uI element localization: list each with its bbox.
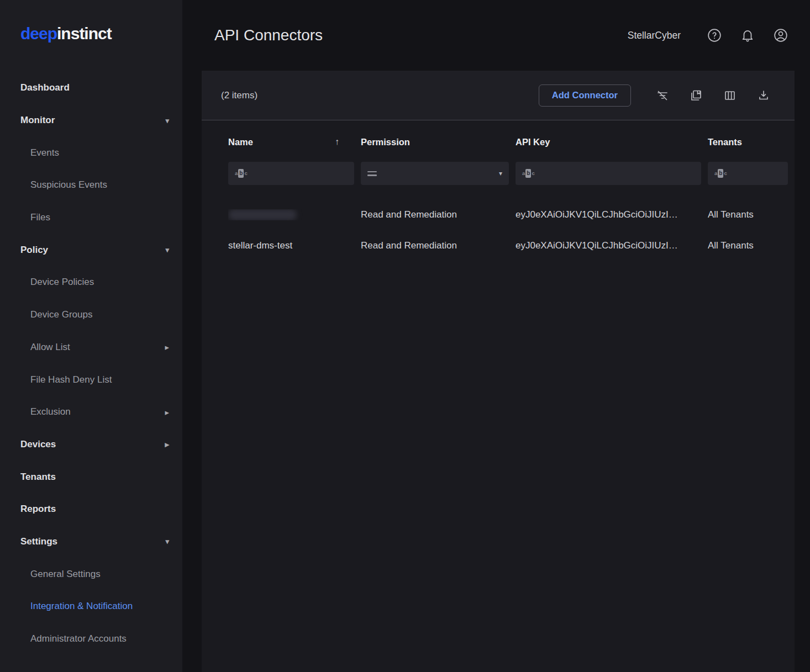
permission-filter-select[interactable]: ▾ <box>361 162 509 185</box>
filter-off-icon <box>656 89 669 102</box>
logo-deep-text: deep <box>20 24 57 43</box>
name-filter-input[interactable]: abc <box>228 162 354 185</box>
sidebar-item-label: Tenants <box>20 472 56 483</box>
sidebar-item-label: Files <box>30 212 50 223</box>
grid-filter-row: abc ▾ abc abc <box>228 162 795 185</box>
sidebar-item[interactable]: Suspicious Events <box>0 169 182 202</box>
sidebar-item[interactable]: File Hash Deny List <box>0 363 182 396</box>
notifications-button[interactable] <box>740 28 755 43</box>
caret-icon <box>165 538 169 545</box>
tenants-filter-input[interactable]: abc <box>708 162 788 185</box>
columns-icon <box>723 89 737 102</box>
page-title: API Connectors <box>214 0 323 71</box>
deep-instinct-logo[interactable]: deepinstinct <box>20 24 112 43</box>
column-header-label: Name <box>228 137 253 147</box>
topbar-right-cluster: StellarCyber <box>628 0 788 71</box>
help-button[interactable] <box>707 28 722 43</box>
column-header-label: Tenants <box>708 137 742 147</box>
sidebar-item[interactable]: Settings <box>0 526 182 558</box>
clear-filters-button[interactable] <box>656 89 669 102</box>
column-header[interactable]: API Key ↑ <box>516 137 708 147</box>
account-name-label: StellarCyber <box>628 30 681 41</box>
sidebar: deepinstinct Dashboard Monitor Events <box>0 0 182 672</box>
sidebar-item-label: Devices <box>20 439 56 450</box>
add-connector-button[interactable]: Add Connector <box>539 84 631 107</box>
cell-permission: Read and Remediation <box>361 209 516 220</box>
chevron-down-icon: ▾ <box>499 170 502 177</box>
sidebar-item[interactable]: Exclusion <box>0 396 182 428</box>
sidebar-item[interactable]: Reports <box>0 493 182 526</box>
sidebar-item-label: Device Groups <box>30 309 92 320</box>
cell-name: stellar-dms-test <box>228 240 361 251</box>
cell-tenants: All Tenants <box>708 209 795 220</box>
sidebar-item-label: File Hash Deny List <box>30 374 112 385</box>
caret-icon <box>165 440 169 448</box>
sidebar-item[interactable]: General Settings <box>0 558 182 590</box>
help-icon <box>707 28 722 43</box>
caret-icon <box>165 246 169 253</box>
sidebar-item-label: Integration & Notification <box>30 601 133 612</box>
api-key-filter-input[interactable]: abc <box>516 162 701 185</box>
text-filter-icon: abc <box>235 169 248 178</box>
sidebar-item-label: Settings <box>20 536 57 547</box>
saved-views-button[interactable] <box>690 89 703 102</box>
cell-tenants: All Tenants <box>708 240 795 251</box>
api-connectors-panel: (2 items) Add Connector <box>202 71 795 672</box>
redacted-name-blob <box>228 209 297 220</box>
table-row[interactable]: stellar-dms-test Read and Remediation ey… <box>228 230 795 261</box>
api-key-filter-cell: abc <box>516 162 708 185</box>
column-header[interactable]: Name ↑ <box>228 137 361 147</box>
columns-button[interactable] <box>723 89 737 102</box>
sidebar-item-label: Dashboard <box>20 82 70 93</box>
grid-header-row: Name ↑ Permission ↑ API Key ↑ Tenan <box>228 131 795 152</box>
cell-api-key: eyJ0eXAiOiJKV1QiLCJhbGciOiJIUzI… <box>516 240 708 251</box>
column-header-label: API Key <box>516 137 550 147</box>
app-root: deepinstinct Dashboard Monitor Events <box>0 0 810 672</box>
column-header-label: Permission <box>361 137 410 147</box>
sidebar-item[interactable]: Device Policies <box>0 266 182 299</box>
name-value: stellar-dms-test <box>228 240 292 251</box>
grid-body: Read and Remediation eyJ0eXAiOiJKV1QiLCJ… <box>228 199 795 261</box>
download-icon <box>757 89 770 102</box>
cell-api-key: eyJ0eXAiOiJKV1QiLCJhbGciOiJIUzI… <box>516 209 708 220</box>
connectors-grid: Name ↑ Permission ↑ API Key ↑ Tenan <box>202 120 795 672</box>
sidebar-item-label: Policy <box>20 245 48 256</box>
sidebar-item[interactable]: Device Groups <box>0 299 182 331</box>
sidebar-item[interactable]: Events <box>0 136 182 169</box>
sidebar-item[interactable]: Devices <box>0 428 182 461</box>
account-button[interactable] <box>774 28 788 43</box>
caret-icon <box>165 117 169 124</box>
sidebar-item-label: Allow List <box>30 342 70 353</box>
sidebar-item[interactable]: Monitor <box>0 104 182 137</box>
sidebar-item[interactable]: Files <box>0 202 182 234</box>
column-header[interactable]: Tenants ↑ <box>708 137 795 147</box>
toolbar-actions: Add Connector <box>539 84 770 107</box>
saved-views-icon <box>690 89 703 102</box>
sidebar-item[interactable]: Integration & Notification <box>0 590 182 623</box>
sidebar-item[interactable]: Allow List <box>0 331 182 364</box>
sidebar-item-label: Device Policies <box>30 277 94 288</box>
logo-instinct-text: instinct <box>57 24 112 43</box>
text-filter-icon: abc <box>714 169 727 178</box>
sort-asc-icon: ↑ <box>335 137 339 147</box>
column-header[interactable]: Permission ↑ <box>361 137 516 147</box>
sidebar-item-label: Monitor <box>20 115 55 126</box>
name-filter-cell: abc <box>228 162 361 185</box>
sidebar-item[interactable]: Dashboard <box>0 72 182 104</box>
sidebar-item[interactable]: Policy <box>0 234 182 266</box>
sidebar-item[interactable]: Tenants <box>0 461 182 493</box>
permission-filter-cell: ▾ <box>361 162 516 185</box>
sidebar-item[interactable]: Administrator Accounts <box>0 623 182 655</box>
table-row[interactable]: Read and Remediation eyJ0eXAiOiJKV1QiLCJ… <box>228 199 795 230</box>
equals-filter-icon <box>367 171 377 176</box>
cell-permission: Read and Remediation <box>361 240 516 251</box>
bell-icon <box>740 28 755 43</box>
topbar: API Connectors StellarCyber <box>182 0 810 71</box>
account-icon <box>774 28 788 43</box>
caret-icon <box>165 408 169 416</box>
sidebar-item-label: Exclusion <box>30 406 71 417</box>
sidebar-nav: Dashboard Monitor Events Suspicious Even… <box>0 72 182 655</box>
download-button[interactable] <box>757 89 770 102</box>
cell-name <box>228 209 361 220</box>
grid-toolbar: (2 items) Add Connector <box>202 71 795 120</box>
